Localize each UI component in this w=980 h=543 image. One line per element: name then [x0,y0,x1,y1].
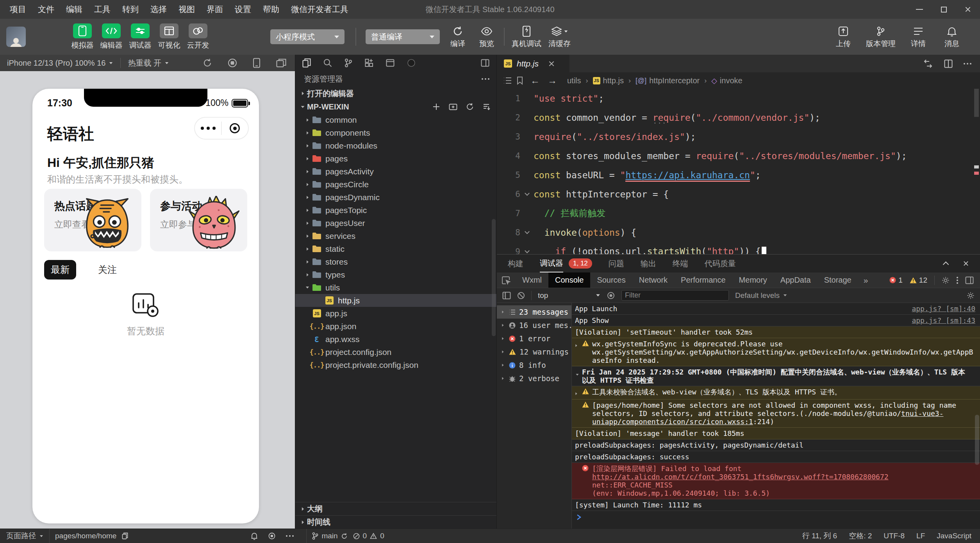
panel-tab-build[interactable]: 构建 [508,254,523,272]
breadcrumb-item-invoke[interactable]: ◇invoke [711,76,742,85]
search-icon[interactable] [323,59,332,67]
clear-cache-button[interactable]: 清缓存 [548,25,571,49]
tree-item-static[interactable]: static [295,242,496,255]
theme-circle-icon[interactable] [407,59,416,67]
tree-item-pagesActivity[interactable]: pagesActivity [295,165,496,178]
feed-tab-0[interactable]: 最新 [44,260,76,280]
details-button[interactable]: 详情 [907,25,929,49]
more-icon[interactable] [482,78,489,80]
tree-item-types[interactable]: types [295,268,496,281]
inspect-element-icon[interactable] [497,276,516,285]
menu-item-10[interactable]: 微信开发者工具 [285,0,354,19]
console-filter-user[interactable]: 16 user mes... [497,319,571,332]
git-branch[interactable]: main [312,532,347,540]
tree-item-project-private-config-json[interactable]: {..}project.private.config.json [295,358,496,371]
console-filter-verbose[interactable]: 2 verbose [497,372,571,385]
outline-icon[interactable] [503,77,512,84]
console-settings-icon[interactable] [967,292,975,299]
tree-item-common[interactable]: common [295,113,496,126]
status-eol[interactable]: LF [916,532,925,540]
panel-tab-debugger[interactable]: 调试器1, 12 [540,254,592,272]
nav-forward-icon[interactable]: → [548,75,557,86]
menu-item-1[interactable]: 文件 [32,0,60,19]
tree-item-app-wxss[interactable]: 3app.wxss [295,333,496,346]
split-panel-icon[interactable] [481,59,489,67]
feature-card-0[interactable]: 热点话题立即查看 [44,189,141,251]
console-filter-info[interactable]: 8 info [497,358,571,372]
console-filter-error[interactable]: 1 error [497,332,571,345]
source-location-link[interactable]: app.js? [sm]:40 [904,305,975,313]
collapse-panel-icon[interactable] [943,262,949,268]
panel-tab-terminal[interactable]: 终端 [673,254,688,272]
menu-item-4[interactable]: 转到 [116,0,145,19]
compile-mode-select[interactable]: 普通编译 [366,29,440,44]
editor-button[interactable]: 编辑器 [102,23,121,50]
dock-panel-icon[interactable] [965,276,974,284]
files-icon[interactable] [302,58,311,68]
editor-scrollbar[interactable] [974,89,979,254]
console-sidebar-icon[interactable] [502,292,511,299]
live-expression-eye-icon[interactable] [607,292,615,299]
collapse-all-icon[interactable] [482,103,490,111]
visualization-button[interactable]: 可视化 [159,23,179,50]
upload-button[interactable]: 上传 [832,25,854,49]
console-messages[interactable]: App Launchapp.js? [sm]:40App Showapp.js?… [572,303,980,529]
context-select[interactable]: top [538,291,600,300]
log-levels-select[interactable]: Default levels [735,291,787,300]
feature-card-1[interactable]: 参与活动立即参与 [150,189,247,251]
minimize-button[interactable] [907,0,932,19]
source-location-link[interactable]: app.js? [sm]:43 [904,316,975,324]
console-scrollbar[interactable] [975,415,979,465]
tree-item-utils[interactable]: utils [295,281,496,294]
tab-http-js[interactable]: JS http.js [497,55,569,72]
tree-item-pagesDynamic[interactable]: pagesDynamic [295,191,496,204]
extensions-icon[interactable] [365,59,373,67]
bookmark-icon[interactable] [516,76,523,85]
close-button[interactable] [956,0,980,19]
tree-item-pagesUser[interactable]: pagesUser [295,217,496,229]
code-editor[interactable]: ··· 1"use strict";2const common_vendor =… [497,89,980,254]
outline-section[interactable]: 大纲 [295,502,496,515]
remote-debug-button[interactable]: 真机调试 [512,25,541,49]
notification-bell-icon[interactable] [251,532,258,540]
more-actions-icon[interactable] [964,63,971,65]
copy-icon[interactable] [122,532,128,539]
devtools-tab-memory[interactable]: Memory [732,272,774,288]
filter-input[interactable] [621,290,729,301]
devtools-tab-storage[interactable]: Storage [818,272,858,288]
menu-item-9[interactable]: 帮助 [257,0,285,19]
fold-toggle[interactable] [520,193,534,195]
fold-toggle[interactable] [520,251,534,253]
tree-item-node-modules[interactable]: node-modules [295,139,496,152]
status-encoding[interactable]: UTF-8 [884,532,905,540]
devtools-tab-appdata[interactable]: AppData [774,272,818,288]
maximize-button[interactable] [932,0,956,19]
compare-changes-icon[interactable] [923,59,933,68]
console-expand-icon[interactable] [575,368,582,378]
cloud-dev-button[interactable]: 云开发 [188,23,208,50]
timeline-section[interactable]: 时间线 [295,515,496,529]
watch-eye-icon[interactable] [268,532,276,539]
more-tabs-button[interactable]: » [858,276,874,285]
panel-tab-problems[interactable]: 问题 [609,254,624,272]
compile-button[interactable]: 编译 [447,25,469,49]
refresh-icon[interactable] [466,103,474,111]
more-menu-button[interactable] [195,127,221,130]
menu-item-0[interactable]: 项目 [4,0,32,19]
tree-item-app-js[interactable]: JSapp.js [295,307,496,320]
mode-select[interactable]: 小程序模式 [270,29,345,44]
tree-item-pagesTopic[interactable]: pagesTopic [295,204,496,217]
open-editors-section[interactable]: 打开的编辑器 [295,87,496,100]
devtools-tab-sources[interactable]: Sources [590,272,632,288]
version-control-button[interactable]: 版本管理 [866,25,896,49]
new-file-icon[interactable] [432,103,440,111]
breadcrumb-item-http.js[interactable]: JShttp.js [593,76,624,85]
feed-tab-1[interactable]: 关注 [98,263,117,276]
menu-item-2[interactable]: 编辑 [60,0,88,19]
capsule-close-button[interactable] [222,123,248,133]
console-link[interactable]: http://at.alicdn.com/t/c/font_3063751_1f… [592,473,889,481]
close-tab-icon[interactable] [549,61,554,66]
devtools-tab-network[interactable]: Network [632,272,674,288]
page-path-select[interactable]: 页面路径 [6,531,44,541]
panel-tab-code-quality[interactable]: 代码质量 [705,254,736,272]
